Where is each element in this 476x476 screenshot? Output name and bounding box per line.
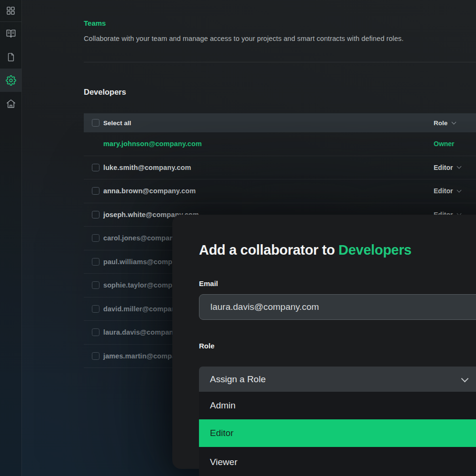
row-checkbox[interactable] (92, 164, 99, 171)
table-row: anna.brown@company.comEditor (84, 179, 476, 203)
page-title: Teams (84, 20, 476, 27)
table-header-row: Select all Role (84, 113, 476, 132)
sidebar-item-apps[interactable] (0, 0, 21, 21)
modal-title-team: Developers (338, 242, 411, 258)
page-description: Collaborate with your team and manage ac… (84, 34, 476, 43)
role-option-admin[interactable]: Admin (199, 392, 476, 419)
sidebar-item-settings[interactable] (0, 69, 21, 92)
chevron-down-icon (457, 188, 462, 192)
home-icon (6, 99, 16, 109)
role-option-viewer[interactable]: Viewer (199, 447, 476, 476)
chevron-down-icon (461, 375, 469, 383)
file-icon (6, 52, 16, 62)
role-label: Role (199, 342, 476, 350)
row-checkbox[interactable] (92, 305, 99, 313)
modal-title-prefix: Add a collaborator to (199, 242, 338, 258)
sidebar (0, 0, 22, 476)
collaborator-email: anna.brown@company.com (103, 187, 196, 195)
chevron-down-icon (457, 164, 462, 169)
row-checkbox[interactable] (92, 211, 99, 218)
role-dropdown-menu: AdminEditorViewer (199, 392, 476, 476)
sidebar-item-contracts[interactable] (0, 45, 21, 69)
sidebar-items (0, 0, 21, 115)
sidebar-item-home[interactable] (0, 92, 21, 115)
row-checkbox[interactable] (92, 328, 99, 336)
row-checkbox[interactable] (92, 258, 99, 266)
table-row: luke.smith@company.comEditor (84, 156, 476, 180)
collaborator-email: luke.smith@company.com (103, 164, 191, 171)
gear-icon (6, 75, 16, 86)
select-all-label: Select all (103, 119, 131, 127)
collaborator-email: mary.johnson@company.com (103, 140, 202, 148)
sidebar-item-docs[interactable] (0, 22, 21, 45)
chevron-down-icon (452, 119, 456, 124)
row-role[interactable]: Editor (434, 164, 461, 171)
row-checkbox[interactable] (92, 352, 99, 360)
email-label: Email (199, 280, 476, 288)
role-select-value: Assign a Role (210, 374, 266, 385)
row-checkbox[interactable] (92, 281, 99, 289)
grid-icon (6, 6, 16, 16)
book-icon (6, 29, 16, 39)
email-field[interactable] (199, 294, 476, 320)
row-role: Owner (434, 140, 455, 148)
row-checkbox[interactable] (92, 187, 99, 195)
section-divider (84, 62, 476, 62)
role-option-editor[interactable]: Editor (199, 419, 476, 447)
add-collaborator-modal: Add a collaborator to Developers Email R… (172, 215, 476, 469)
role-header[interactable]: Role (434, 119, 456, 127)
row-checkbox[interactable] (92, 234, 99, 242)
select-all-checkbox[interactable] (92, 119, 99, 127)
modal-title: Add a collaborator to Developers (199, 242, 476, 258)
row-role[interactable]: Editor (434, 187, 461, 195)
role-select[interactable]: Assign a Role (199, 367, 476, 392)
table-row: mary.johnson@company.comOwner (84, 132, 476, 156)
team-section-title: Developers (84, 87, 476, 97)
